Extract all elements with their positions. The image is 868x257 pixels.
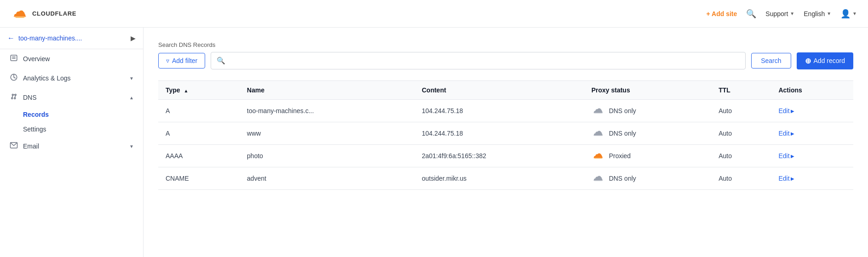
cloud-dns-only-icon	[592, 174, 605, 183]
cell-actions-3: Edit▶	[771, 167, 853, 190]
search-icon[interactable]: 🔍	[746, 9, 756, 19]
sidebar-item-email[interactable]: Email ▼	[0, 137, 143, 156]
cell-actions-0: Edit▶	[771, 100, 853, 122]
add-record-plus-icon: ⊕	[805, 57, 811, 65]
analytics-logs-label: Analytics & Logs	[23, 74, 125, 82]
table-row: A www 104.244.75.18 DNS only Auto Edit▶	[158, 122, 853, 145]
content-col-label: Content	[422, 86, 446, 94]
add-filter-label: Add filter	[172, 57, 197, 64]
dns-label: DNS	[23, 94, 125, 101]
main-layout: ← too-many-machines.... ▶ Overview Analy…	[0, 28, 868, 257]
overview-label: Overview	[23, 55, 134, 63]
add-site-button[interactable]: + Add site	[707, 10, 737, 17]
sidebar: ← too-many-machines.... ▶ Overview Analy…	[0, 28, 144, 257]
proxy-status-text-2: Proxied	[609, 152, 631, 160]
actions-col-label: Actions	[778, 86, 802, 94]
add-site-label: + Add site	[707, 10, 737, 17]
overview-icon	[9, 54, 18, 64]
add-filter-button[interactable]: ▿ Add filter	[158, 53, 205, 69]
svg-point-6	[15, 94, 16, 96]
table-row: AAAA photo 2a01:4f9:6a:5165::382 Proxied…	[158, 145, 853, 167]
language-chevron-down-icon: ▼	[827, 11, 831, 16]
search-button-label: Search	[761, 57, 781, 64]
edit-arrow-icon-0: ▶	[791, 109, 794, 114]
cell-type-0: A	[158, 100, 240, 122]
current-site-name[interactable]: too-many-machines....	[18, 34, 127, 42]
edit-button-0[interactable]: Edit▶	[778, 107, 846, 114]
cell-content-2: 2a01:4f9:6a:5165::382	[414, 145, 584, 167]
svg-point-4	[12, 94, 13, 96]
back-arrow-icon[interactable]: ←	[7, 34, 15, 42]
add-record-label: Add record	[814, 57, 845, 64]
user-chevron-down-icon: ▼	[852, 11, 857, 16]
ttl-col-label: TTL	[719, 86, 730, 94]
cloud-proxied-icon	[592, 151, 605, 160]
edit-arrow-icon-2: ▶	[791, 154, 794, 159]
site-breadcrumb[interactable]: ← too-many-machines.... ▶	[0, 28, 143, 49]
filter-icon: ▿	[166, 57, 169, 64]
dns-search-input[interactable]	[229, 57, 740, 64]
dns-search-box[interactable]: 🔍	[211, 52, 746, 69]
records-label: Records	[23, 111, 49, 118]
sidebar-item-dns[interactable]: DNS ▲	[0, 88, 143, 107]
analytics-icon	[9, 73, 18, 83]
forward-arrow-icon: ▶	[131, 34, 136, 42]
col-content[interactable]: Content	[414, 81, 584, 100]
user-icon: 👤	[840, 9, 851, 19]
topnav-actions: + Add site 🔍 Support ▼ English ▼ 👤 ▼	[707, 9, 857, 19]
cloudflare-logo[interactable]: CLOUDFLARE	[11, 8, 76, 20]
sidebar-item-dns-settings[interactable]: Settings	[0, 122, 143, 137]
edit-arrow-icon-1: ▶	[791, 131, 794, 136]
top-navigation: CLOUDFLARE + Add site 🔍 Support ▼ Englis…	[0, 0, 868, 28]
cell-content-0: 104.244.75.18	[414, 100, 584, 122]
search-button[interactable]: Search	[751, 53, 791, 69]
cell-type-3: CNAME	[158, 167, 240, 190]
col-proxy-status[interactable]: Proxy status	[584, 81, 712, 100]
col-ttl[interactable]: TTL	[711, 81, 771, 100]
cell-name-3: advent	[240, 167, 414, 190]
dns-records-table: Type ▲ Name Content Proxy status TTL	[158, 80, 853, 190]
col-type[interactable]: Type ▲	[158, 81, 240, 100]
support-dropdown[interactable]: Support ▼	[765, 10, 794, 17]
settings-label: Settings	[23, 126, 46, 133]
cell-proxy-3: DNS only	[584, 167, 712, 190]
sidebar-item-overview[interactable]: Overview	[0, 49, 143, 69]
cell-ttl-0: Auto	[711, 100, 771, 122]
cell-type-2: AAAA	[158, 145, 240, 167]
language-label: English	[804, 10, 825, 17]
cell-ttl-1: Auto	[711, 122, 771, 145]
proxy-status-text-0: DNS only	[609, 107, 636, 114]
analytics-chevron-down-icon: ▼	[129, 76, 134, 81]
cell-content-3: outsider.mikr.us	[414, 167, 584, 190]
dns-icon	[9, 92, 18, 103]
col-name[interactable]: Name	[240, 81, 414, 100]
table-row: CNAME advent outsider.mikr.us DNS only A…	[158, 167, 853, 190]
col-actions: Actions	[771, 81, 853, 100]
user-menu-dropdown[interactable]: 👤 ▼	[840, 9, 857, 19]
sidebar-item-analytics-logs[interactable]: Analytics & Logs ▼	[0, 69, 143, 88]
cloudflare-logo-icon	[11, 8, 29, 20]
type-col-label: Type	[166, 86, 180, 94]
dns-chevron-up-icon: ▲	[129, 95, 134, 100]
support-label: Support	[765, 10, 788, 17]
cell-content-1: 104.244.75.18	[414, 122, 584, 145]
search-magnifier-icon: 🔍	[217, 57, 225, 65]
cell-ttl-3: Auto	[711, 167, 771, 190]
cloud-dns-only-icon	[592, 106, 605, 115]
cell-name-0: too-many-machines.c...	[240, 100, 414, 122]
table-row: A too-many-machines.c... 104.244.75.18 D…	[158, 100, 853, 122]
proxy-status-col-label: Proxy status	[592, 86, 630, 94]
cell-name-2: photo	[240, 145, 414, 167]
dns-toolbar: ▿ Add filter 🔍 Search ⊕ Add record	[158, 52, 853, 69]
support-chevron-down-icon: ▼	[790, 11, 794, 16]
svg-point-5	[14, 97, 16, 99]
svg-line-8	[12, 96, 13, 98]
cell-proxy-0: DNS only	[584, 100, 712, 122]
search-dns-label: Search DNS Records	[158, 41, 853, 48]
language-dropdown[interactable]: English ▼	[804, 10, 831, 17]
sidebar-item-dns-records[interactable]: Records	[0, 107, 143, 122]
edit-button-3[interactable]: Edit▶	[778, 175, 846, 182]
add-record-button[interactable]: ⊕ Add record	[797, 52, 853, 69]
edit-button-1[interactable]: Edit▶	[778, 130, 846, 137]
edit-button-2[interactable]: Edit▶	[778, 152, 846, 160]
